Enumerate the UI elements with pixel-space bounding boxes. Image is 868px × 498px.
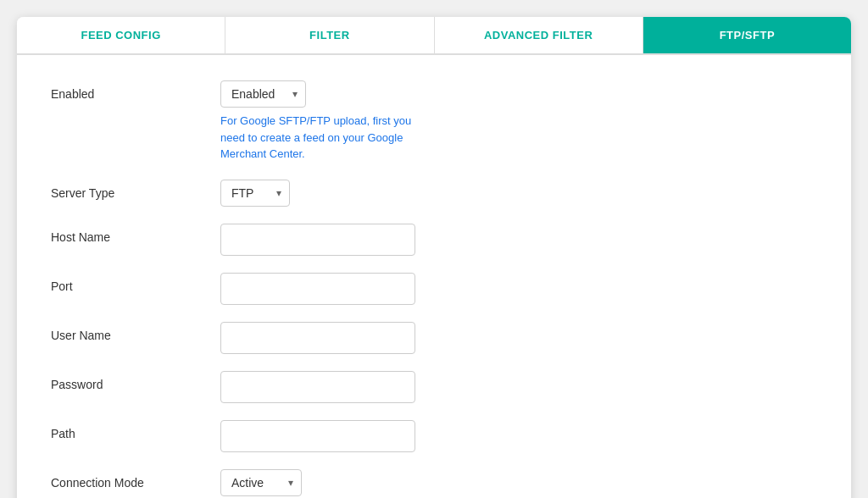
- tab-ftp-sftp[interactable]: FTP/SFTP: [643, 17, 851, 53]
- form-content: Enabled Enabled Disabled For Google SFTP…: [17, 55, 851, 498]
- enabled-control: Enabled Disabled For Google SFTP/FTP upl…: [220, 80, 415, 163]
- user-name-row: User Name: [51, 322, 817, 354]
- server-type-select[interactable]: FTP SFTP: [220, 180, 290, 207]
- connection-mode-select-wrapper: Active Passive: [220, 469, 302, 496]
- enabled-select[interactable]: Enabled Disabled: [220, 80, 306, 108]
- enabled-label: Enabled: [51, 80, 220, 101]
- port-row: Port: [51, 273, 817, 305]
- tab-bar: FEED CONFIG FILTER ADVANCED FILTER FTP/S…: [17, 17, 851, 55]
- path-input[interactable]: [220, 420, 415, 452]
- server-type-control: FTP SFTP: [220, 180, 415, 207]
- password-input[interactable]: [220, 371, 415, 403]
- server-type-label: Server Type: [51, 180, 220, 200]
- tab-feed-config[interactable]: FEED CONFIG: [17, 17, 225, 53]
- port-label: Port: [51, 273, 220, 293]
- path-label: Path: [51, 420, 220, 440]
- user-name-label: User Name: [51, 322, 220, 342]
- info-text: For Google SFTP/FTP upload, first you ne…: [220, 113, 415, 163]
- connection-mode-label: Connection Mode: [51, 469, 220, 490]
- path-row: Path: [51, 420, 817, 452]
- host-name-label: Host Name: [51, 224, 220, 244]
- password-control: [220, 371, 415, 403]
- enabled-select-wrapper: Enabled Disabled: [220, 80, 306, 108]
- connection-mode-select[interactable]: Active Passive: [220, 469, 302, 496]
- host-name-row: Host Name: [51, 224, 817, 256]
- port-input[interactable]: [220, 273, 415, 305]
- connection-mode-control: Active Passive: [220, 469, 415, 496]
- user-name-control: [220, 322, 415, 354]
- password-label: Password: [51, 371, 220, 391]
- enabled-row: Enabled Enabled Disabled For Google SFTP…: [51, 80, 817, 163]
- user-name-input[interactable]: [220, 322, 415, 354]
- port-control: [220, 273, 415, 305]
- path-control: [220, 420, 415, 452]
- connection-mode-row: Connection Mode Active Passive: [51, 469, 817, 496]
- server-type-row: Server Type FTP SFTP: [51, 180, 817, 207]
- main-container: FEED CONFIG FILTER ADVANCED FILTER FTP/S…: [17, 17, 851, 498]
- host-name-input[interactable]: [220, 224, 415, 256]
- tab-advanced-filter[interactable]: ADVANCED FILTER: [435, 17, 643, 53]
- server-type-select-wrapper: FTP SFTP: [220, 180, 290, 207]
- host-name-control: [220, 224, 415, 256]
- password-row: Password: [51, 371, 817, 403]
- tab-filter[interactable]: FILTER: [225, 17, 434, 53]
